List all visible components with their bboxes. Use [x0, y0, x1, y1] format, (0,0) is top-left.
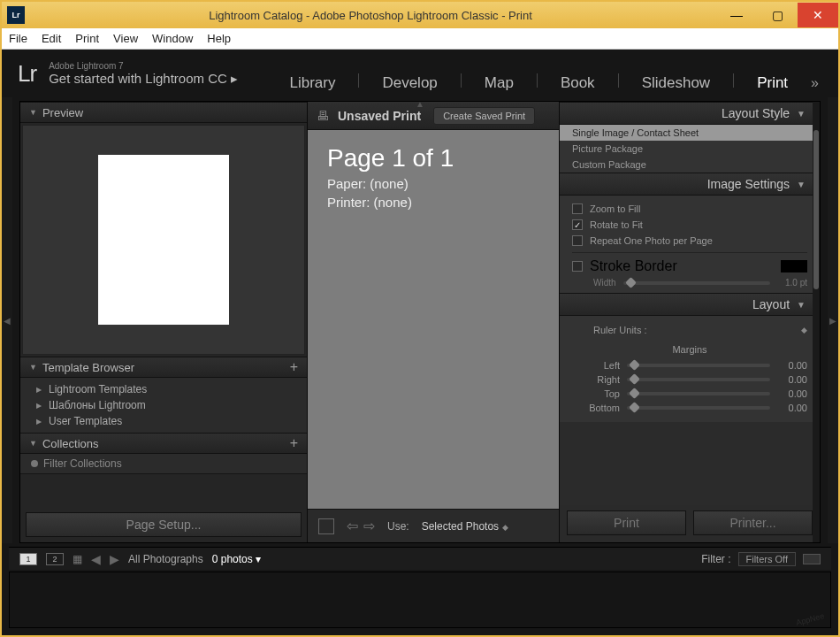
unsaved-print-label: Unsaved Print [338, 109, 421, 123]
margin-right-value[interactable]: 0.00 [777, 374, 807, 385]
margin-top-value[interactable]: 0.00 [777, 388, 807, 399]
module-slideshow[interactable]: Slideshow [637, 74, 716, 92]
menu-help[interactable]: Help [207, 32, 231, 45]
right-panel-toggle-icon[interactable]: ▶ [828, 97, 838, 543]
template-browser-header[interactable]: ▼Template Browser+ [20, 357, 307, 378]
preview-label: Preview [42, 106, 83, 119]
template-folder[interactable]: ▶Шаблоны Lightroom [20, 397, 307, 413]
show-info-checkbox[interactable] [318, 518, 334, 534]
stroke-color-swatch[interactable] [781, 260, 807, 272]
layout-style-header[interactable]: Layout Style▼ [560, 102, 820, 125]
identity-big[interactable]: Get started with Lightroom CC ▸ [49, 71, 238, 87]
titlebar: Lr Lightroom Catalog - Adobe Photoshop L… [2, 2, 838, 28]
print-canvas: Page 1 of 1 Paper: (none) Printer: (none… [308, 130, 559, 509]
printer-button[interactable]: Printer... [693, 510, 813, 535]
identity-plate: Lr Adobe Lightroom 7 Get started with Li… [2, 50, 838, 97]
style-single-image[interactable]: Single Image / Contact Sheet [560, 125, 820, 141]
module-library[interactable]: Library [284, 74, 340, 92]
image-settings-header[interactable]: Image Settings▼ [560, 173, 820, 196]
template-folder[interactable]: ▶User Templates [20, 413, 307, 429]
module-print[interactable]: Print [752, 74, 793, 92]
repeat-photo-checkbox[interactable] [572, 235, 583, 246]
nav-back-icon[interactable]: ◀ [91, 552, 101, 566]
paper-label: Paper: (none) [327, 176, 539, 191]
module-overflow-icon[interactable]: » [811, 75, 819, 91]
style-picture-package[interactable]: Picture Package [560, 141, 820, 157]
printer-label: Printer: (none) [327, 195, 539, 210]
stroke-width-label: Width [593, 278, 616, 288]
close-button[interactable]: ✕ [798, 3, 838, 27]
menu-print[interactable]: Print [75, 32, 99, 45]
template-folder[interactable]: ▶Lightroom Templates [20, 381, 307, 397]
use-dropdown[interactable]: Selected Photos◆ [422, 520, 508, 533]
add-collection-icon[interactable]: + [290, 435, 298, 451]
use-label: Use: [387, 520, 409, 533]
menu-file[interactable]: File [9, 32, 27, 45]
rotate-to-fit-label: Rotate to Fit [590, 219, 643, 230]
left-panel-toggle-icon[interactable]: ◀ [2, 97, 12, 543]
view-mode-1[interactable]: 1 [19, 553, 37, 565]
style-custom-package[interactable]: Custom Package [560, 157, 820, 173]
nav-forward-icon[interactable]: ▶ [110, 552, 119, 566]
printer-icon: 🖶 [317, 109, 329, 123]
prev-page-icon[interactable]: ⇦ [347, 518, 358, 534]
margin-right-slider[interactable] [627, 378, 770, 381]
window-title: Lightroom Catalog - Adobe Photoshop Ligh… [25, 9, 716, 22]
margin-top-label: Top [572, 388, 620, 399]
layout-header[interactable]: Layout▼ [560, 293, 820, 316]
top-panel-toggle-icon[interactable]: ▲ [416, 99, 424, 109]
add-template-icon[interactable]: + [290, 359, 298, 375]
stroke-width-value[interactable]: 1.0 pt [777, 278, 807, 288]
identity-small: Adobe Lightroom 7 [49, 61, 238, 71]
source-label[interactable]: All Photographs [128, 553, 203, 565]
module-develop[interactable]: Develop [377, 74, 442, 92]
menu-bar: File Edit Print View Window Help [2, 28, 838, 50]
margin-bottom-slider[interactable] [627, 406, 770, 410]
stroke-width-slider[interactable] [623, 281, 770, 285]
next-page-icon[interactable]: ⇨ [363, 518, 375, 534]
filter-label: Filter : [701, 553, 730, 565]
menu-window[interactable]: Window [152, 32, 193, 45]
watermark: AppNee [796, 611, 826, 627]
filter-collections[interactable]: Filter Collections [20, 454, 307, 474]
collections-header[interactable]: ▼Collections+ [20, 433, 307, 454]
margin-top-slider[interactable] [627, 392, 770, 395]
margin-left-label: Left [572, 360, 620, 371]
lightroom-logo: Lr [18, 60, 36, 88]
filter-lock-toggle[interactable] [803, 554, 821, 564]
stroke-border-label: Stroke Border [590, 258, 677, 274]
margin-bottom-label: Bottom [572, 403, 620, 413]
photo-count[interactable]: 0 photos ▾ [212, 553, 261, 565]
module-picker: Library Develop Map Book Slideshow Print… [284, 73, 819, 92]
filmstrip-toolbar: 1 2 ▦ ◀ ▶ All Photographs 0 photos ▾ Fil… [9, 547, 831, 570]
template-browser-label: Template Browser [42, 361, 134, 374]
zoom-to-fill-checkbox[interactable] [572, 203, 583, 214]
page-setup-button[interactable]: Page Setup... [26, 512, 302, 537]
stroke-border-checkbox[interactable] [572, 261, 583, 272]
template-list: ▶Lightroom Templates ▶Шаблоны Lightroom … [20, 378, 307, 433]
module-book[interactable]: Book [555, 74, 600, 92]
preview-paper [98, 155, 229, 325]
margins-label: Margins [572, 344, 807, 355]
filmstrip[interactable]: AppNee [9, 572, 831, 628]
margin-left-slider[interactable] [627, 364, 770, 367]
menu-edit[interactable]: Edit [42, 32, 61, 45]
filter-dropdown[interactable]: Filters Off [738, 552, 796, 566]
right-scrollbar[interactable] [813, 102, 820, 542]
grid-view-icon[interactable]: ▦ [73, 553, 82, 565]
create-saved-print-button[interactable]: Create Saved Print [433, 107, 535, 125]
menu-view[interactable]: View [113, 32, 138, 45]
module-map[interactable]: Map [479, 74, 519, 92]
ruler-units-dropdown[interactable]: Ruler Units :◆ [572, 323, 807, 344]
repeat-photo-label: Repeat One Photo per Page [590, 235, 713, 246]
view-mode-2[interactable]: 2 [46, 553, 64, 565]
preview-area [22, 125, 305, 355]
preview-header[interactable]: ▼Preview [20, 102, 307, 123]
page-indicator: Page 1 of 1 [327, 144, 539, 173]
print-button[interactable]: Print [567, 510, 686, 535]
rotate-to-fit-checkbox[interactable]: ✓ [572, 219, 583, 230]
maximize-button[interactable]: ▢ [757, 3, 798, 27]
margin-left-value[interactable]: 0.00 [777, 360, 807, 371]
margin-bottom-value[interactable]: 0.00 [777, 403, 807, 413]
minimize-button[interactable]: — [716, 3, 757, 27]
